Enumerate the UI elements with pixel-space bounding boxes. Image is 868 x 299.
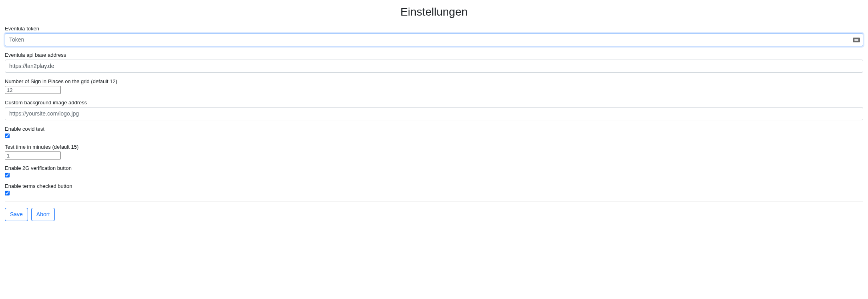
- field-covid-test: Enable covid test: [5, 126, 863, 138]
- enable-terms-label: Enable terms checked button: [5, 183, 863, 189]
- api-base-input[interactable]: [5, 60, 863, 73]
- signin-places-label: Number of Sign in Places on the grid (de…: [5, 78, 863, 84]
- field-signin-places: Number of Sign in Places on the grid (de…: [5, 78, 863, 94]
- field-bg-image: Custom background image address: [5, 100, 863, 120]
- divider: [5, 201, 863, 201]
- field-eventula-token: Eventula token: [5, 26, 863, 46]
- eventula-token-label: Eventula token: [5, 26, 863, 32]
- enable-2g-label: Enable 2G verification button: [5, 165, 863, 171]
- abort-button[interactable]: Abort: [31, 208, 55, 221]
- autofill-indicator-icon: [853, 38, 860, 42]
- field-enable-2g: Enable 2G verification button: [5, 165, 863, 177]
- save-button[interactable]: Save: [5, 208, 28, 221]
- covid-test-checkbox[interactable]: [5, 134, 10, 138]
- covid-test-label: Enable covid test: [5, 126, 863, 132]
- bg-image-label: Custom background image address: [5, 100, 863, 106]
- enable-2g-checkbox[interactable]: [5, 173, 10, 177]
- test-time-input[interactable]: [5, 151, 61, 159]
- page-title: Einstellungen: [5, 6, 863, 18]
- field-test-time: Test time in minutes (default 15): [5, 144, 863, 159]
- field-api-base: Eventula api base address: [5, 52, 863, 73]
- api-base-label: Eventula api base address: [5, 52, 863, 58]
- test-time-label: Test time in minutes (default 15): [5, 144, 863, 150]
- signin-places-input[interactable]: [5, 86, 61, 94]
- eventula-token-input[interactable]: [5, 33, 863, 46]
- field-enable-terms: Enable terms checked button: [5, 183, 863, 195]
- bg-image-input[interactable]: [5, 107, 863, 120]
- enable-terms-checkbox[interactable]: [5, 191, 10, 195]
